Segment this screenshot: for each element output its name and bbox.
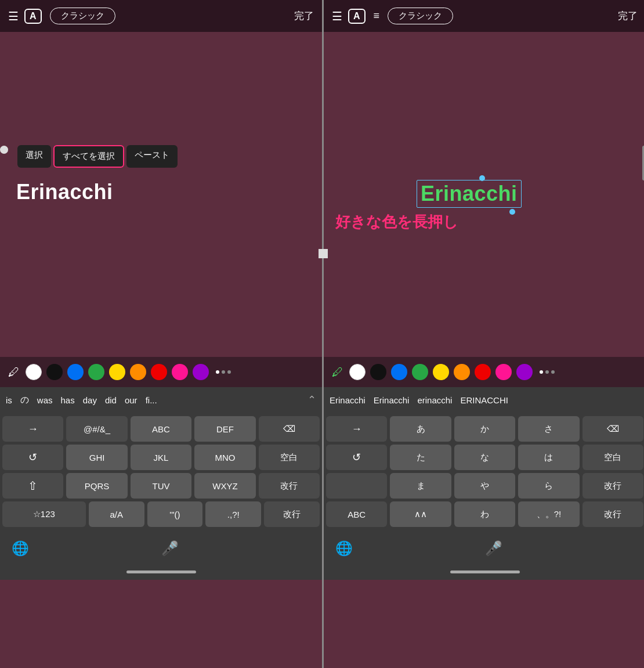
right-menu-icon[interactable]: ☰	[332, 9, 342, 23]
right-color-blue[interactable]	[391, 364, 407, 380]
right-home-bar	[450, 570, 520, 573]
context-select-all[interactable]: すべてを選択	[53, 145, 124, 168]
right-color-purple[interactable]	[516, 364, 533, 380]
right-eyedropper-icon[interactable]: 🖊	[332, 366, 343, 379]
left-key-pqrs[interactable]: PQRS	[66, 473, 127, 499]
left-key-backspace[interactable]: ⌫	[259, 416, 320, 442]
right-key-sa[interactable]: さ	[518, 416, 579, 442]
right-key-ya[interactable]: や	[454, 473, 515, 499]
left-key-ghi[interactable]: GHI	[66, 445, 127, 470]
right-key-wa[interactable]: わ	[454, 501, 515, 527]
context-paste[interactable]: ペースト	[126, 145, 178, 168]
left-globe-icon[interactable]: 🌐	[12, 540, 29, 557]
right-selection-dot-top	[479, 175, 485, 181]
right-key-space[interactable]: 空白	[583, 445, 643, 470]
left-classic-button[interactable]: クラシック	[50, 8, 115, 24]
left-sugg-did[interactable]: did	[105, 395, 117, 405]
right-key-ta[interactable]: た	[390, 445, 451, 470]
left-key-space[interactable]: 空白	[259, 445, 320, 470]
left-color-white[interactable]	[26, 364, 42, 380]
right-key-ra[interactable]: ら	[518, 473, 579, 499]
right-color-orange[interactable]	[454, 364, 470, 380]
left-mic-icon[interactable]: 🎤	[161, 540, 179, 557]
right-color-yellow[interactable]	[433, 364, 449, 380]
left-key-symbols[interactable]: @#/&_	[66, 416, 127, 442]
right-sugg-1[interactable]: Erinacchi	[330, 395, 366, 405]
context-select[interactable]: 選択	[17, 145, 51, 168]
right-sugg-2[interactable]: Erinacchi	[374, 395, 410, 405]
right-key-backspace[interactable]: ⌫	[583, 416, 643, 442]
left-color-red[interactable]	[151, 364, 167, 380]
left-menu-icon[interactable]: ☰	[8, 9, 19, 23]
left-color-yellow[interactable]	[109, 364, 125, 380]
right-key-ka[interactable]: か	[454, 416, 515, 442]
left-scroll-handle[interactable]	[0, 146, 8, 154]
right-equal-icon: ≡	[374, 10, 380, 22]
left-color-pink[interactable]	[172, 364, 188, 380]
right-color-red[interactable]	[475, 364, 491, 380]
left-key-return[interactable]: 改行	[259, 473, 320, 499]
left-key-abc[interactable]: ABC	[131, 416, 191, 442]
left-color-orange[interactable]	[130, 364, 146, 380]
left-sugg-day[interactable]: day	[83, 395, 97, 405]
left-sugg-was[interactable]: was	[37, 395, 53, 405]
left-key-aa[interactable]: a/A	[89, 501, 144, 527]
right-key-undo[interactable]: ↺	[326, 445, 387, 470]
left-color-row: 🖊	[0, 357, 322, 387]
left-color-purple[interactable]	[193, 364, 209, 380]
left-key-mno[interactable]: MNO	[194, 445, 255, 470]
left-color-black[interactable]	[46, 364, 63, 380]
right-key-return[interactable]: 改行	[583, 473, 643, 499]
left-key-quotes[interactable]: '"()	[147, 501, 203, 527]
right-key-a[interactable]: あ	[390, 416, 451, 442]
left-key-return2[interactable]: 改行	[264, 501, 320, 527]
right-color-black[interactable]	[370, 364, 386, 380]
left-key-shift[interactable]: ⇧	[2, 473, 63, 499]
left-context-menu: 選択 すべてを選択 ペースト	[17, 145, 180, 168]
right-classic-button[interactable]: クラシック	[388, 8, 453, 24]
right-color-white[interactable]	[349, 364, 366, 380]
right-key-arrow[interactable]: →	[326, 416, 387, 442]
left-key-wxyz[interactable]: WXYZ	[194, 473, 255, 499]
left-sugg-no[interactable]: の	[20, 395, 29, 406]
right-globe-icon[interactable]: 🌐	[335, 540, 353, 557]
right-key-punct[interactable]: 、。?!	[518, 501, 579, 527]
left-home-indicator	[0, 564, 322, 580]
right-key-abc[interactable]: ABC	[326, 501, 387, 527]
right-font-button[interactable]: A	[348, 9, 366, 24]
left-key-jkl[interactable]: JKL	[131, 445, 191, 470]
right-mic-icon[interactable]: 🎤	[485, 540, 502, 557]
left-eyedropper-icon[interactable]: 🖊	[8, 366, 20, 379]
left-sugg-our[interactable]: our	[125, 395, 138, 405]
left-key-arrow[interactable]: →	[2, 416, 63, 442]
left-key-def[interactable]: DEF	[194, 416, 255, 442]
left-key-punct[interactable]: .,?!	[205, 501, 261, 527]
right-sugg-4[interactable]: ERINACCHI	[460, 395, 508, 405]
right-bottom-bar: 🌐 🎤	[324, 533, 644, 564]
left-key-tuv[interactable]: TUV	[131, 473, 191, 499]
left-sugg-has[interactable]: has	[61, 395, 75, 405]
left-font-button[interactable]: A	[24, 9, 42, 24]
left-color-green[interactable]	[88, 364, 104, 380]
right-key-return2[interactable]: 改行	[583, 501, 643, 527]
right-key-ma[interactable]: ま	[390, 473, 451, 499]
left-expand-icon[interactable]: ⌃	[307, 393, 316, 406]
left-sugg-fi[interactable]: fi...	[146, 395, 157, 405]
right-canvas: Erinacchi 好きな色を長押し	[324, 32, 644, 357]
right-sugg-3[interactable]: erinacchi	[417, 395, 452, 405]
left-sugg-is[interactable]: is	[6, 395, 12, 405]
left-color-blue[interactable]	[67, 364, 84, 380]
right-done-button[interactable]: 完了	[618, 9, 638, 23]
left-suggestions: is の was has day did our fi... ⌃	[0, 387, 322, 413]
right-key-dakuten[interactable]: ∧∧	[390, 501, 451, 527]
left-done-button[interactable]: 完了	[294, 9, 314, 23]
left-bottom-bar: 🌐 🎤	[0, 533, 322, 564]
right-color-pink[interactable]	[495, 364, 512, 380]
right-key-na[interactable]: な	[454, 445, 515, 470]
divider-handle[interactable]	[319, 249, 328, 258]
right-page-indicator	[540, 370, 555, 374]
left-key-undo[interactable]: ↺	[2, 445, 63, 470]
right-color-green[interactable]	[412, 364, 428, 380]
left-key-num[interactable]: ☆123	[2, 501, 86, 527]
right-key-ha[interactable]: は	[518, 445, 579, 470]
